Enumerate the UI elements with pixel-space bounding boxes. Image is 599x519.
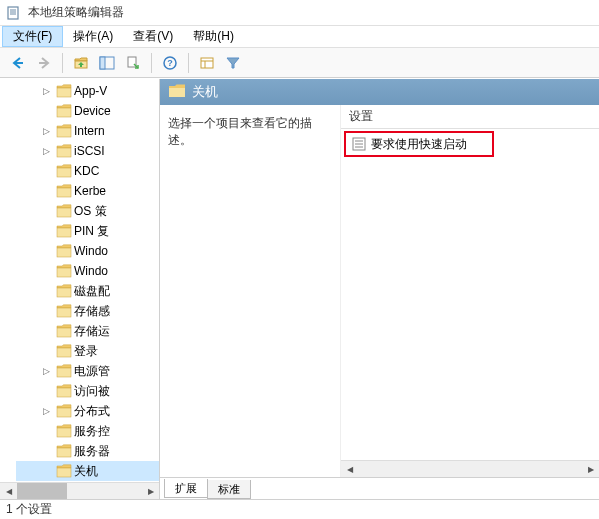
tree-item[interactable]: 存储运: [16, 321, 159, 341]
folder-icon: [56, 384, 72, 398]
menu-file[interactable]: 文件(F): [2, 26, 63, 47]
tree-item[interactable]: ▷分布式: [16, 401, 159, 421]
list-body: 要求使用快速启动: [341, 129, 599, 460]
svg-rect-16: [57, 108, 71, 117]
tree-item[interactable]: ▷Intern: [16, 121, 159, 141]
tree-item-label: 存储感: [74, 303, 110, 320]
tree-item[interactable]: 存储感: [16, 301, 159, 321]
tree-item[interactable]: 访问被: [16, 381, 159, 401]
folder-icon: [56, 264, 72, 278]
chevron-right-icon[interactable]: ▷: [40, 145, 52, 157]
svg-rect-12: [201, 58, 213, 68]
help-button[interactable]: ?: [158, 51, 182, 75]
svg-rect-35: [169, 88, 185, 97]
scroll-left-icon[interactable]: ◀: [0, 483, 17, 500]
description-column: 选择一个项目来查看它的描述。: [160, 105, 340, 477]
detail-header-title: 关机: [192, 83, 218, 101]
tree-pane: ▷App-VDevice▷Intern▷iSCSIKDCKerbeOS 策PIN…: [0, 79, 160, 499]
svg-rect-30: [57, 388, 71, 397]
folder-icon: [56, 364, 72, 378]
tree-item-label: 访问被: [74, 383, 110, 400]
tree-item-label: Windo: [74, 264, 108, 278]
tree-item-label: Device: [74, 104, 111, 118]
svg-rect-29: [57, 368, 71, 377]
detail-header: 关机: [160, 79, 599, 105]
list-item[interactable]: 要求使用快速启动: [347, 133, 593, 155]
folder-icon: [56, 144, 72, 158]
folder-icon: [56, 304, 72, 318]
tree-item-label: Intern: [74, 124, 105, 138]
tree-item[interactable]: 服务器: [16, 441, 159, 461]
toolbar-separator: [188, 53, 189, 73]
menu-view[interactable]: 查看(V): [123, 26, 183, 47]
svg-rect-23: [57, 248, 71, 257]
tree-view[interactable]: ▷App-VDevice▷Intern▷iSCSIKDCKerbeOS 策PIN…: [0, 79, 159, 482]
tree-item[interactable]: ▷App-V: [16, 81, 159, 101]
up-button[interactable]: [69, 51, 93, 75]
tree-item[interactable]: 关机: [16, 461, 159, 481]
scroll-track[interactable]: [17, 483, 142, 499]
menu-help[interactable]: 帮助(H): [183, 26, 244, 47]
menubar: 文件(F) 操作(A) 查看(V) 帮助(H): [0, 26, 599, 48]
status-text: 1 个设置: [6, 501, 52, 518]
forward-button[interactable]: [32, 51, 56, 75]
tree-item-label: App-V: [74, 84, 107, 98]
show-hide-tree-button[interactable]: [95, 51, 119, 75]
scroll-thumb[interactable]: [17, 483, 67, 499]
tree-hscrollbar[interactable]: ◀ ▶: [0, 482, 159, 499]
filter-button[interactable]: [221, 51, 245, 75]
folder-icon: [56, 84, 72, 98]
menu-action[interactable]: 操作(A): [63, 26, 123, 47]
tree-item[interactable]: ▷iSCSI: [16, 141, 159, 161]
statusbar: 1 个设置: [0, 499, 599, 519]
folder-icon: [56, 204, 72, 218]
tree-item-label: KDC: [74, 164, 99, 178]
tree-item-label: 存储运: [74, 323, 110, 340]
tree-item-label: iSCSI: [74, 144, 105, 158]
tree-item[interactable]: 登录: [16, 341, 159, 361]
tree-item[interactable]: Kerbe: [16, 181, 159, 201]
properties-button[interactable]: [195, 51, 219, 75]
tree-item-label: PIN 复: [74, 223, 109, 240]
svg-rect-27: [57, 328, 71, 337]
scroll-right-icon[interactable]: ▶: [142, 483, 159, 500]
svg-rect-0: [8, 7, 18, 19]
folder-icon: [56, 224, 72, 238]
app-icon: [6, 5, 22, 21]
description-text: 选择一个项目来查看它的描述。: [168, 115, 332, 149]
folder-icon: [56, 424, 72, 438]
folder-icon: [56, 344, 72, 358]
tree-item[interactable]: PIN 复: [16, 221, 159, 241]
chevron-right-icon[interactable]: ▷: [40, 125, 52, 137]
tree-item-label: Kerbe: [74, 184, 106, 198]
svg-rect-24: [57, 268, 71, 277]
tree-item[interactable]: ▷电源管: [16, 361, 159, 381]
tree-item[interactable]: Device: [16, 101, 159, 121]
tree-item[interactable]: 磁盘配: [16, 281, 159, 301]
detail-hscrollbar[interactable]: ◀ ▶: [341, 460, 599, 477]
list-item-label: 要求使用快速启动: [371, 136, 467, 153]
settings-list: 设置 要求使用快速启动 ◀ ▶: [340, 105, 599, 477]
export-list-button[interactable]: [121, 51, 145, 75]
tree-item[interactable]: KDC: [16, 161, 159, 181]
chevron-right-icon[interactable]: ▷: [40, 85, 52, 97]
chevron-right-icon[interactable]: ▷: [40, 365, 52, 377]
folder-icon: [56, 324, 72, 338]
scroll-track[interactable]: [358, 461, 582, 477]
svg-rect-8: [100, 57, 105, 69]
tree-item[interactable]: Windo: [16, 261, 159, 281]
svg-rect-28: [57, 348, 71, 357]
tab-extended[interactable]: 扩展: [164, 479, 208, 498]
back-button[interactable]: [6, 51, 30, 75]
chevron-right-icon[interactable]: ▷: [40, 405, 52, 417]
folder-icon: [56, 404, 72, 418]
scroll-right-icon[interactable]: ▶: [582, 461, 599, 477]
tab-standard[interactable]: 标准: [207, 480, 251, 499]
tree-item[interactable]: OS 策: [16, 201, 159, 221]
tree-item[interactable]: 服务控: [16, 421, 159, 441]
folder-icon: [56, 184, 72, 198]
scroll-left-icon[interactable]: ◀: [341, 461, 358, 477]
svg-rect-21: [57, 208, 71, 217]
column-header-setting[interactable]: 设置: [341, 105, 599, 129]
tree-item[interactable]: Windo: [16, 241, 159, 261]
